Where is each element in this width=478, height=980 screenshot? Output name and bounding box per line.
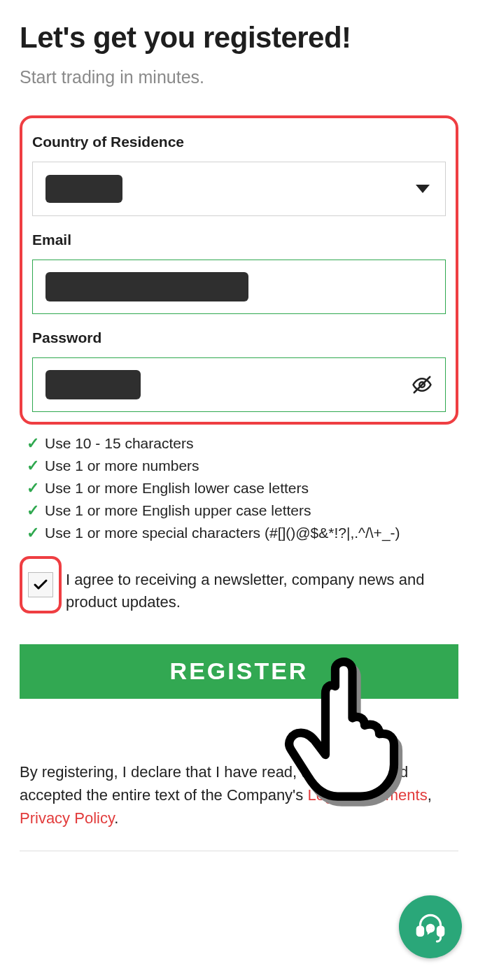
check-icon: ✓ — [27, 457, 45, 475]
page-title: Let's get you registered! — [20, 21, 458, 55]
password-rule: ✓Use 1 or more numbers — [27, 457, 458, 475]
newsletter-label: I agree to receiving a newsletter, compa… — [66, 556, 458, 613]
email-input[interactable] — [32, 260, 446, 314]
check-icon: ✓ — [27, 502, 45, 520]
password-field: Password — [32, 329, 446, 412]
password-input[interactable] — [32, 357, 446, 412]
privacy-policy-link[interactable]: Privacy Policy — [20, 809, 114, 827]
page-subtitle: Start trading in minutes. — [20, 67, 458, 87]
chevron-down-icon — [416, 185, 430, 193]
email-field: Email — [32, 232, 446, 314]
check-icon: ✓ — [27, 524, 45, 542]
check-icon: ✓ — [27, 434, 45, 453]
password-value-redacted — [45, 370, 141, 399]
registration-form-highlight: Country of Residence Email Password — [20, 115, 458, 425]
newsletter-checkbox-highlight — [20, 556, 62, 613]
country-select[interactable] — [32, 162, 446, 216]
legal-documents-link[interactable]: Legal Documents — [307, 786, 427, 804]
register-button[interactable]: REGISTER — [20, 644, 458, 699]
country-field: Country of Residence — [32, 134, 446, 216]
password-rule: ✓Use 1 or more special characters (#[]()… — [27, 524, 458, 542]
check-icon — [32, 576, 49, 593]
email-label: Email — [32, 232, 446, 248]
password-rule: ✓Use 1 or more English lower case letter… — [27, 479, 458, 497]
country-value-redacted — [45, 175, 122, 203]
declaration-text: By registering, I declare that I have re… — [20, 760, 458, 830]
password-rules: ✓Use 10 - 15 characters ✓Use 1 or more n… — [27, 434, 458, 542]
password-label: Password — [32, 329, 446, 346]
newsletter-checkbox[interactable] — [28, 572, 53, 597]
password-rule: ✓Use 1 or more English upper case letter… — [27, 502, 458, 520]
country-label: Country of Residence — [32, 134, 446, 150]
password-rule: ✓Use 10 - 15 characters — [27, 434, 458, 453]
eye-off-icon[interactable] — [412, 374, 433, 395]
check-icon: ✓ — [27, 479, 45, 497]
newsletter-row: I agree to receiving a newsletter, compa… — [20, 556, 458, 613]
divider — [20, 851, 458, 851]
email-value-redacted — [45, 272, 248, 301]
